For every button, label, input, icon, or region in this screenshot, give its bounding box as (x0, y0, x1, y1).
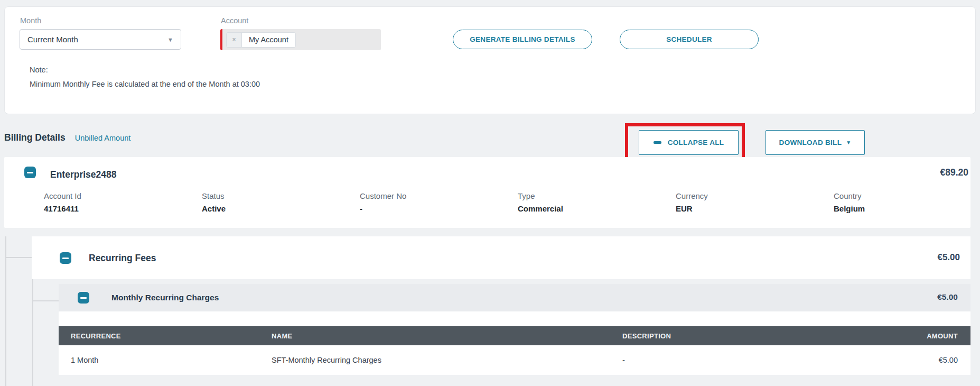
unbilled-amount-link[interactable]: Unbilled Amount (75, 134, 131, 142)
monthly-recurring-title: Monthly Recurring Charges (111, 293, 219, 302)
note-text: Minimum Monthly Fee is calculated at the… (30, 77, 260, 91)
note: Note: Minimum Monthly Fee is calculated … (30, 63, 260, 91)
account-fields: Account Id 41716411 Status Active Custom… (44, 191, 974, 213)
field-type: Type Commercial (518, 191, 676, 213)
chip-label: My Account (242, 33, 295, 47)
header-amount: AMOUNT (865, 332, 970, 340)
tree-line-vertical-1 (5, 236, 6, 386)
field-status: Status Active (202, 191, 360, 213)
header-recurrence: RECURRENCE (59, 332, 259, 340)
note-title: Note: (30, 63, 260, 77)
collapse-all-label: COLLAPSE ALL (668, 139, 724, 146)
field-customer-no: Customer No - (360, 191, 518, 213)
page-title: Billing Details (4, 132, 66, 143)
tree-line-connector-1 (5, 257, 32, 258)
scheduler-button[interactable]: SCHEDULER (620, 30, 759, 49)
month-select[interactable]: Current Month ▼ (20, 29, 181, 50)
cell-amount: €5.00 (865, 356, 970, 364)
charges-table-container: RECURRENCE NAME DESCRIPTION AMOUNT 1 Mon… (59, 311, 970, 375)
charges-table: RECURRENCE NAME DESCRIPTION AMOUNT 1 Mon… (59, 326, 970, 375)
collapse-recurring-icon[interactable] (60, 252, 71, 264)
recurring-fees-amount: €5.00 (937, 252, 960, 263)
monthly-recurring-section: Monthly Recurring Charges €5.00 (59, 284, 970, 311)
chevron-down-icon: ▼ (167, 36, 173, 43)
field-currency: Currency EUR (676, 191, 834, 213)
minus-icon (654, 141, 661, 144)
account-chip: × My Account (226, 32, 296, 48)
chip-remove-icon[interactable]: × (227, 33, 242, 47)
table-row: 1 Month SFT-Monthly Recurring Charges - … (59, 345, 970, 375)
recurring-fees-section: Recurring Fees €5.00 (32, 236, 970, 279)
account-name: Enterprise2488 (50, 169, 117, 180)
month-select-value: Current Month (27, 35, 78, 44)
cell-recurrence: 1 Month (59, 356, 259, 364)
collapse-account-icon[interactable] (24, 167, 36, 178)
cell-name: SFT-Monthly Recurring Charges (259, 356, 610, 364)
header-description: DESCRIPTION (610, 332, 865, 340)
download-bill-label: DOWNLOAD BILL (779, 139, 842, 146)
header-name: NAME (259, 332, 610, 340)
table-header-row: RECURRENCE NAME DESCRIPTION AMOUNT (59, 326, 970, 345)
recurring-fees-title: Recurring Fees (89, 253, 156, 264)
tree-line-connector-2 (32, 300, 59, 301)
cell-description: - (610, 356, 865, 364)
collapse-all-button[interactable]: COLLAPSE ALL (639, 130, 739, 155)
field-account-id: Account Id 41716411 (44, 191, 202, 213)
account-multiselect[interactable]: × My Account (220, 29, 381, 50)
collapse-monthly-icon[interactable] (78, 292, 89, 304)
billing-header: Billing Details Unbilled Amount (4, 132, 130, 143)
download-bill-button[interactable]: DOWNLOAD BILL ▼ (766, 130, 865, 155)
tree-line-vertical-2 (32, 279, 33, 386)
chevron-down-icon: ▼ (846, 140, 851, 145)
generate-billing-details-button[interactable]: GENERATE BILLING DETAILS (453, 30, 592, 49)
filter-panel: Month Current Month ▼ Account × My Accou… (4, 6, 976, 114)
account-label: Account (221, 16, 248, 25)
monthly-recurring-amount: €5.00 (937, 292, 958, 302)
account-total-amount: €89.20 (940, 167, 968, 178)
month-label: Month (20, 16, 41, 25)
field-country: Country Belgium (834, 191, 980, 213)
